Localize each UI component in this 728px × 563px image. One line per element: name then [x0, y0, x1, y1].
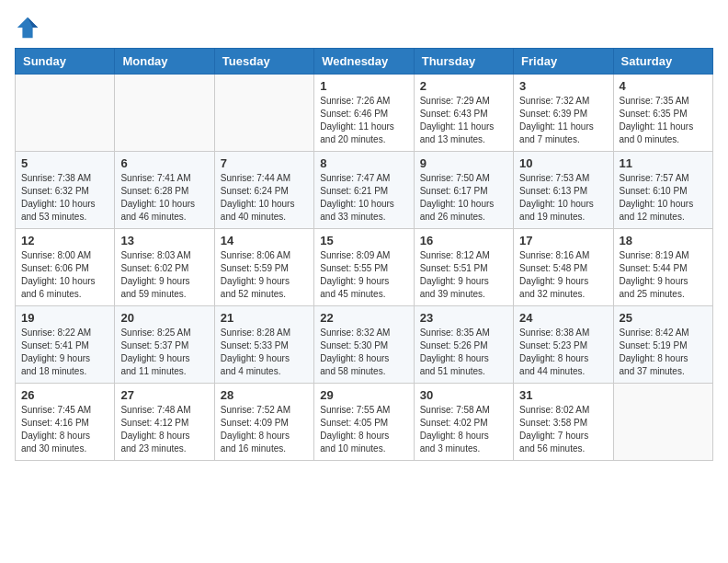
day-info: Sunrise: 8:09 AM Sunset: 5:55 PM Dayligh…	[320, 249, 407, 301]
week-row-4: 19Sunrise: 8:22 AM Sunset: 5:41 PM Dayli…	[16, 306, 713, 384]
calendar-cell: 30Sunrise: 7:58 AM Sunset: 4:02 PM Dayli…	[414, 384, 513, 461]
weekday-header-thursday: Thursday	[414, 49, 513, 75]
calendar-cell: 1Sunrise: 7:26 AM Sunset: 6:46 PM Daylig…	[314, 75, 414, 152]
day-number: 4	[620, 79, 707, 93]
day-info: Sunrise: 7:53 AM Sunset: 6:13 PM Dayligh…	[519, 172, 607, 224]
day-number: 8	[320, 156, 407, 170]
day-number: 9	[420, 156, 507, 170]
calendar-cell: 22Sunrise: 8:32 AM Sunset: 5:30 PM Dayli…	[314, 306, 414, 384]
calendar-cell: 20Sunrise: 8:25 AM Sunset: 5:37 PM Dayli…	[115, 306, 214, 384]
logo	[15, 15, 44, 40]
day-info: Sunrise: 7:47 AM Sunset: 6:21 PM Dayligh…	[320, 172, 407, 224]
calendar-cell: 31Sunrise: 8:02 AM Sunset: 3:58 PM Dayli…	[514, 384, 613, 461]
calendar-cell: 10Sunrise: 7:53 AM Sunset: 6:13 PM Dayli…	[514, 152, 613, 229]
day-number: 10	[519, 156, 607, 170]
week-row-3: 12Sunrise: 8:00 AM Sunset: 6:06 PM Dayli…	[16, 229, 713, 306]
day-info: Sunrise: 7:35 AM Sunset: 6:35 PM Dayligh…	[620, 95, 707, 146]
day-info: Sunrise: 7:55 AM Sunset: 4:05 PM Dayligh…	[320, 404, 407, 455]
calendar-cell: 28Sunrise: 7:52 AM Sunset: 4:09 PM Dayli…	[214, 384, 313, 461]
week-row-2: 5Sunrise: 7:38 AM Sunset: 6:32 PM Daylig…	[16, 152, 713, 229]
day-number: 31	[519, 388, 607, 402]
day-info: Sunrise: 8:12 AM Sunset: 5:51 PM Dayligh…	[420, 249, 507, 301]
day-info: Sunrise: 8:02 AM Sunset: 3:58 PM Dayligh…	[519, 404, 607, 455]
day-info: Sunrise: 7:58 AM Sunset: 4:02 PM Dayligh…	[420, 404, 507, 455]
day-number: 29	[320, 388, 407, 402]
week-row-5: 26Sunrise: 7:45 AM Sunset: 4:16 PM Dayli…	[16, 384, 713, 461]
calendar-cell: 9Sunrise: 7:50 AM Sunset: 6:17 PM Daylig…	[414, 152, 513, 229]
day-info: Sunrise: 7:48 AM Sunset: 4:12 PM Dayligh…	[120, 404, 208, 455]
calendar-cell: 3Sunrise: 7:32 AM Sunset: 6:39 PM Daylig…	[514, 75, 613, 152]
calendar-cell: 13Sunrise: 8:03 AM Sunset: 6:02 PM Dayli…	[115, 229, 214, 306]
day-number: 17	[519, 234, 607, 247]
day-number: 14	[221, 234, 308, 247]
day-info: Sunrise: 8:00 AM Sunset: 6:06 PM Dayligh…	[21, 249, 108, 301]
day-info: Sunrise: 8:22 AM Sunset: 5:41 PM Dayligh…	[21, 327, 108, 378]
header	[15, 15, 713, 40]
day-info: Sunrise: 7:45 AM Sunset: 4:16 PM Dayligh…	[21, 404, 108, 455]
calendar-cell: 5Sunrise: 7:38 AM Sunset: 6:32 PM Daylig…	[16, 152, 115, 229]
day-number: 20	[120, 311, 208, 325]
calendar-cell: 7Sunrise: 7:44 AM Sunset: 6:24 PM Daylig…	[214, 152, 313, 229]
calendar-cell: 19Sunrise: 8:22 AM Sunset: 5:41 PM Dayli…	[16, 306, 115, 384]
day-number: 26	[21, 388, 108, 402]
day-info: Sunrise: 8:25 AM Sunset: 5:37 PM Dayligh…	[120, 327, 208, 378]
calendar-cell: 17Sunrise: 8:16 AM Sunset: 5:48 PM Dayli…	[514, 229, 613, 306]
weekday-header-tuesday: Tuesday	[214, 49, 313, 75]
calendar-cell: 29Sunrise: 7:55 AM Sunset: 4:05 PM Dayli…	[314, 384, 414, 461]
day-info: Sunrise: 8:03 AM Sunset: 6:02 PM Dayligh…	[120, 249, 208, 301]
weekday-header-monday: Monday	[115, 49, 214, 75]
weekday-header-wednesday: Wednesday	[314, 49, 414, 75]
calendar-cell: 27Sunrise: 7:48 AM Sunset: 4:12 PM Dayli…	[115, 384, 214, 461]
calendar-cell: 6Sunrise: 7:41 AM Sunset: 6:28 PM Daylig…	[115, 152, 214, 229]
day-number: 25	[620, 311, 707, 325]
calendar-cell: 2Sunrise: 7:29 AM Sunset: 6:43 PM Daylig…	[414, 75, 513, 152]
day-info: Sunrise: 7:52 AM Sunset: 4:09 PM Dayligh…	[221, 404, 308, 455]
calendar-cell	[16, 75, 115, 152]
calendar-cell: 24Sunrise: 8:38 AM Sunset: 5:23 PM Dayli…	[514, 306, 613, 384]
calendar-cell: 12Sunrise: 8:00 AM Sunset: 6:06 PM Dayli…	[16, 229, 115, 306]
weekday-header-saturday: Saturday	[613, 49, 712, 75]
day-number: 3	[519, 79, 607, 93]
day-info: Sunrise: 7:50 AM Sunset: 6:17 PM Dayligh…	[420, 172, 507, 224]
day-number: 5	[21, 156, 108, 170]
day-info: Sunrise: 7:57 AM Sunset: 6:10 PM Dayligh…	[620, 172, 707, 224]
calendar-cell: 18Sunrise: 8:19 AM Sunset: 5:44 PM Dayli…	[613, 229, 712, 306]
calendar-cell: 23Sunrise: 8:35 AM Sunset: 5:26 PM Dayli…	[414, 306, 513, 384]
calendar-cell: 21Sunrise: 8:28 AM Sunset: 5:33 PM Dayli…	[214, 306, 313, 384]
calendar-cell: 11Sunrise: 7:57 AM Sunset: 6:10 PM Dayli…	[613, 152, 712, 229]
calendar-cell	[214, 75, 313, 152]
day-number: 24	[519, 311, 607, 325]
day-info: Sunrise: 7:41 AM Sunset: 6:28 PM Dayligh…	[120, 172, 208, 224]
day-number: 16	[420, 234, 507, 247]
calendar-cell: 15Sunrise: 8:09 AM Sunset: 5:55 PM Dayli…	[314, 229, 414, 306]
day-number: 30	[420, 388, 507, 402]
week-row-1: 1Sunrise: 7:26 AM Sunset: 6:46 PM Daylig…	[16, 75, 713, 152]
logo-icon	[15, 15, 40, 40]
day-number: 15	[320, 234, 407, 247]
day-number: 13	[120, 234, 208, 247]
day-number: 28	[221, 388, 308, 402]
calendar-cell: 14Sunrise: 8:06 AM Sunset: 5:59 PM Dayli…	[214, 229, 313, 306]
calendar-cell: 4Sunrise: 7:35 AM Sunset: 6:35 PM Daylig…	[613, 75, 712, 152]
day-number: 2	[420, 79, 507, 93]
calendar-cell: 26Sunrise: 7:45 AM Sunset: 4:16 PM Dayli…	[16, 384, 115, 461]
day-info: Sunrise: 8:28 AM Sunset: 5:33 PM Dayligh…	[221, 327, 308, 378]
day-number: 11	[620, 156, 707, 170]
day-number: 12	[21, 234, 108, 247]
day-info: Sunrise: 7:29 AM Sunset: 6:43 PM Dayligh…	[420, 95, 507, 146]
day-info: Sunrise: 8:42 AM Sunset: 5:19 PM Dayligh…	[620, 327, 707, 378]
day-number: 21	[221, 311, 308, 325]
day-info: Sunrise: 8:35 AM Sunset: 5:26 PM Dayligh…	[420, 327, 507, 378]
day-number: 27	[120, 388, 208, 402]
calendar-cell: 8Sunrise: 7:47 AM Sunset: 6:21 PM Daylig…	[314, 152, 414, 229]
day-number: 6	[120, 156, 208, 170]
day-info: Sunrise: 7:38 AM Sunset: 6:32 PM Dayligh…	[21, 172, 108, 224]
day-number: 18	[620, 234, 707, 247]
weekday-header-sunday: Sunday	[16, 49, 115, 75]
day-info: Sunrise: 8:19 AM Sunset: 5:44 PM Dayligh…	[620, 249, 707, 301]
day-info: Sunrise: 8:16 AM Sunset: 5:48 PM Dayligh…	[519, 249, 607, 301]
calendar-cell: 25Sunrise: 8:42 AM Sunset: 5:19 PM Dayli…	[613, 306, 712, 384]
calendar-cell: 16Sunrise: 8:12 AM Sunset: 5:51 PM Dayli…	[414, 229, 513, 306]
weekday-header-friday: Friday	[514, 49, 613, 75]
day-info: Sunrise: 7:26 AM Sunset: 6:46 PM Dayligh…	[320, 95, 407, 146]
